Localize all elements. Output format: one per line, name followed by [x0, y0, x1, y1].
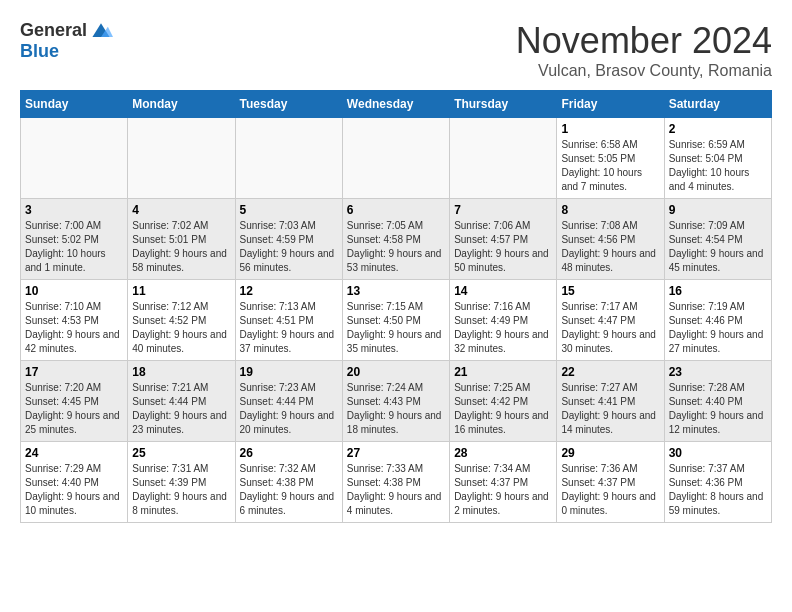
day-number: 30: [669, 446, 767, 460]
day-info: Sunrise: 6:58 AM Sunset: 5:05 PM Dayligh…: [561, 138, 659, 194]
calendar-cell: 20Sunrise: 7:24 AM Sunset: 4:43 PM Dayli…: [342, 361, 449, 442]
day-number: 22: [561, 365, 659, 379]
day-info: Sunrise: 7:28 AM Sunset: 4:40 PM Dayligh…: [669, 381, 767, 437]
day-info: Sunrise: 7:02 AM Sunset: 5:01 PM Dayligh…: [132, 219, 230, 275]
calendar-cell: 25Sunrise: 7:31 AM Sunset: 4:39 PM Dayli…: [128, 442, 235, 523]
days-header-row: SundayMondayTuesdayWednesdayThursdayFrid…: [21, 91, 772, 118]
day-header-tuesday: Tuesday: [235, 91, 342, 118]
day-header-sunday: Sunday: [21, 91, 128, 118]
calendar-cell: 22Sunrise: 7:27 AM Sunset: 4:41 PM Dayli…: [557, 361, 664, 442]
calendar-cell: [450, 118, 557, 199]
day-number: 15: [561, 284, 659, 298]
day-info: Sunrise: 7:23 AM Sunset: 4:44 PM Dayligh…: [240, 381, 338, 437]
day-info: Sunrise: 7:27 AM Sunset: 4:41 PM Dayligh…: [561, 381, 659, 437]
week-row-2: 3Sunrise: 7:00 AM Sunset: 5:02 PM Daylig…: [21, 199, 772, 280]
title-area: November 2024 Vulcan, Brasov County, Rom…: [516, 20, 772, 80]
calendar-cell: [128, 118, 235, 199]
calendar-cell: 29Sunrise: 7:36 AM Sunset: 4:37 PM Dayli…: [557, 442, 664, 523]
logo-blue-text: Blue: [20, 41, 59, 61]
calendar-cell: [21, 118, 128, 199]
day-number: 24: [25, 446, 123, 460]
day-number: 16: [669, 284, 767, 298]
calendar-cell: 28Sunrise: 7:34 AM Sunset: 4:37 PM Dayli…: [450, 442, 557, 523]
calendar-cell: 9Sunrise: 7:09 AM Sunset: 4:54 PM Daylig…: [664, 199, 771, 280]
calendar-cell: 24Sunrise: 7:29 AM Sunset: 4:40 PM Dayli…: [21, 442, 128, 523]
day-info: Sunrise: 7:32 AM Sunset: 4:38 PM Dayligh…: [240, 462, 338, 518]
day-info: Sunrise: 7:00 AM Sunset: 5:02 PM Dayligh…: [25, 219, 123, 275]
day-info: Sunrise: 7:03 AM Sunset: 4:59 PM Dayligh…: [240, 219, 338, 275]
week-row-3: 10Sunrise: 7:10 AM Sunset: 4:53 PM Dayli…: [21, 280, 772, 361]
day-number: 3: [25, 203, 123, 217]
day-number: 20: [347, 365, 445, 379]
calendar-cell: 27Sunrise: 7:33 AM Sunset: 4:38 PM Dayli…: [342, 442, 449, 523]
calendar-cell: [342, 118, 449, 199]
day-info: Sunrise: 6:59 AM Sunset: 5:04 PM Dayligh…: [669, 138, 767, 194]
day-info: Sunrise: 7:37 AM Sunset: 4:36 PM Dayligh…: [669, 462, 767, 518]
day-number: 4: [132, 203, 230, 217]
day-info: Sunrise: 7:31 AM Sunset: 4:39 PM Dayligh…: [132, 462, 230, 518]
calendar-cell: 14Sunrise: 7:16 AM Sunset: 4:49 PM Dayli…: [450, 280, 557, 361]
day-info: Sunrise: 7:19 AM Sunset: 4:46 PM Dayligh…: [669, 300, 767, 356]
day-number: 8: [561, 203, 659, 217]
day-number: 28: [454, 446, 552, 460]
day-info: Sunrise: 7:06 AM Sunset: 4:57 PM Dayligh…: [454, 219, 552, 275]
day-header-monday: Monday: [128, 91, 235, 118]
day-info: Sunrise: 7:09 AM Sunset: 4:54 PM Dayligh…: [669, 219, 767, 275]
day-header-saturday: Saturday: [664, 91, 771, 118]
day-number: 23: [669, 365, 767, 379]
day-info: Sunrise: 7:34 AM Sunset: 4:37 PM Dayligh…: [454, 462, 552, 518]
calendar-cell: 4Sunrise: 7:02 AM Sunset: 5:01 PM Daylig…: [128, 199, 235, 280]
day-info: Sunrise: 7:24 AM Sunset: 4:43 PM Dayligh…: [347, 381, 445, 437]
subtitle: Vulcan, Brasov County, Romania: [516, 62, 772, 80]
calendar-cell: 15Sunrise: 7:17 AM Sunset: 4:47 PM Dayli…: [557, 280, 664, 361]
calendar-cell: 5Sunrise: 7:03 AM Sunset: 4:59 PM Daylig…: [235, 199, 342, 280]
month-title: November 2024: [516, 20, 772, 62]
day-number: 26: [240, 446, 338, 460]
day-number: 21: [454, 365, 552, 379]
calendar-cell: 23Sunrise: 7:28 AM Sunset: 4:40 PM Dayli…: [664, 361, 771, 442]
day-info: Sunrise: 7:29 AM Sunset: 4:40 PM Dayligh…: [25, 462, 123, 518]
calendar-cell: 30Sunrise: 7:37 AM Sunset: 4:36 PM Dayli…: [664, 442, 771, 523]
header: General Blue November 2024 Vulcan, Braso…: [20, 20, 772, 80]
day-info: Sunrise: 7:12 AM Sunset: 4:52 PM Dayligh…: [132, 300, 230, 356]
calendar-cell: 7Sunrise: 7:06 AM Sunset: 4:57 PM Daylig…: [450, 199, 557, 280]
day-info: Sunrise: 7:15 AM Sunset: 4:50 PM Dayligh…: [347, 300, 445, 356]
logo-general-text: General: [20, 20, 87, 41]
day-info: Sunrise: 7:25 AM Sunset: 4:42 PM Dayligh…: [454, 381, 552, 437]
day-number: 14: [454, 284, 552, 298]
day-number: 17: [25, 365, 123, 379]
day-number: 19: [240, 365, 338, 379]
day-info: Sunrise: 7:20 AM Sunset: 4:45 PM Dayligh…: [25, 381, 123, 437]
day-header-thursday: Thursday: [450, 91, 557, 118]
calendar: SundayMondayTuesdayWednesdayThursdayFrid…: [20, 90, 772, 523]
day-info: Sunrise: 7:33 AM Sunset: 4:38 PM Dayligh…: [347, 462, 445, 518]
day-info: Sunrise: 7:36 AM Sunset: 4:37 PM Dayligh…: [561, 462, 659, 518]
calendar-cell: 13Sunrise: 7:15 AM Sunset: 4:50 PM Dayli…: [342, 280, 449, 361]
calendar-cell: 11Sunrise: 7:12 AM Sunset: 4:52 PM Dayli…: [128, 280, 235, 361]
calendar-cell: 2Sunrise: 6:59 AM Sunset: 5:04 PM Daylig…: [664, 118, 771, 199]
day-info: Sunrise: 7:10 AM Sunset: 4:53 PM Dayligh…: [25, 300, 123, 356]
calendar-cell: 16Sunrise: 7:19 AM Sunset: 4:46 PM Dayli…: [664, 280, 771, 361]
calendar-cell: [235, 118, 342, 199]
day-number: 9: [669, 203, 767, 217]
calendar-cell: 8Sunrise: 7:08 AM Sunset: 4:56 PM Daylig…: [557, 199, 664, 280]
day-info: Sunrise: 7:08 AM Sunset: 4:56 PM Dayligh…: [561, 219, 659, 275]
day-info: Sunrise: 7:21 AM Sunset: 4:44 PM Dayligh…: [132, 381, 230, 437]
calendar-cell: 1Sunrise: 6:58 AM Sunset: 5:05 PM Daylig…: [557, 118, 664, 199]
calendar-cell: 6Sunrise: 7:05 AM Sunset: 4:58 PM Daylig…: [342, 199, 449, 280]
day-number: 2: [669, 122, 767, 136]
logo-icon: [89, 21, 113, 41]
day-number: 27: [347, 446, 445, 460]
day-info: Sunrise: 7:05 AM Sunset: 4:58 PM Dayligh…: [347, 219, 445, 275]
day-number: 29: [561, 446, 659, 460]
day-header-wednesday: Wednesday: [342, 91, 449, 118]
calendar-cell: 10Sunrise: 7:10 AM Sunset: 4:53 PM Dayli…: [21, 280, 128, 361]
day-number: 11: [132, 284, 230, 298]
day-info: Sunrise: 7:17 AM Sunset: 4:47 PM Dayligh…: [561, 300, 659, 356]
calendar-cell: 26Sunrise: 7:32 AM Sunset: 4:38 PM Dayli…: [235, 442, 342, 523]
calendar-cell: 18Sunrise: 7:21 AM Sunset: 4:44 PM Dayli…: [128, 361, 235, 442]
calendar-cell: 21Sunrise: 7:25 AM Sunset: 4:42 PM Dayli…: [450, 361, 557, 442]
day-number: 5: [240, 203, 338, 217]
day-info: Sunrise: 7:13 AM Sunset: 4:51 PM Dayligh…: [240, 300, 338, 356]
day-header-friday: Friday: [557, 91, 664, 118]
